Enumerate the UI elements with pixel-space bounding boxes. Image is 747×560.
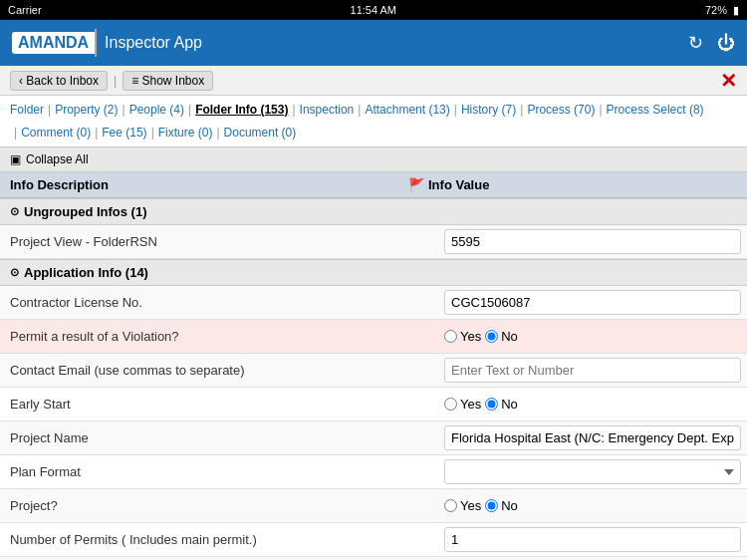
nav-tab-1[interactable]: Property (2) [55, 101, 118, 120]
back-label: ‹ Back to Inbox [19, 74, 99, 88]
text-input-1-0[interactable] [444, 290, 741, 315]
radio-Yes-1-6[interactable] [444, 499, 457, 512]
text-input-1-2[interactable] [444, 358, 741, 383]
app-header: AMANDA Inspector App ↻ ⏻ [0, 20, 747, 66]
nav-tab-5[interactable]: Attachment (13) [365, 101, 449, 120]
radio-label-Yes[interactable]: Yes [444, 498, 481, 513]
nav-tab-r2-2[interactable]: Fixture (0) [158, 124, 213, 142]
nav-sep-r2-1: | [95, 124, 98, 142]
select-1-5[interactable] [444, 459, 741, 484]
info-row-1-4: Project Name [0, 421, 747, 455]
row-desc-1-7: Number of Permits ( Includes main permit… [0, 526, 414, 553]
row-value-cell-0-0 [438, 225, 747, 258]
nav-sep-row2-start: | [14, 124, 17, 142]
status-bar: Carrier 11:54 AM 72% ▮ [0, 0, 747, 20]
show-inbox-label: ≡ Show Inbox [131, 74, 204, 88]
nav-row-1: Folder|Property (2)|People (4)|Folder In… [10, 101, 737, 124]
time-label: 11:54 AM [351, 4, 396, 16]
nav-row-2: |Comment (0)|Fee (15)|Fixture (0)|Docume… [10, 124, 737, 146]
info-row-1-1: Permit a result of a Violation?YesNo [0, 320, 747, 354]
text-input-0-0[interactable] [444, 229, 741, 254]
radio-label-Yes[interactable]: Yes [444, 397, 481, 412]
info-row-1-5: Plan Format [0, 455, 747, 489]
row-value-cell-1-0 [438, 286, 747, 319]
row-value-cell-1-5 [438, 455, 747, 488]
nav-sep: | [358, 101, 361, 120]
nav-tab-7[interactable]: Process (70) [527, 101, 595, 120]
nav-tab-2[interactable]: People (4) [129, 101, 184, 120]
row-desc-1-4: Project Name [0, 424, 414, 451]
nav-tab-r2-3[interactable]: Document (0) [224, 124, 297, 142]
collapse-label: Collapse All [26, 152, 89, 166]
nav-tab-8[interactable]: Process Select (8) [607, 101, 704, 120]
radio-Yes-1-1[interactable] [444, 330, 457, 343]
row-desc-1-1: Permit a result of a Violation? [0, 323, 414, 350]
nav-tab-r2-0[interactable]: Comment (0) [21, 124, 91, 142]
app-logo: AMANDA Inspector App [12, 29, 210, 57]
radio-group-1-3: YesNo [444, 397, 741, 412]
battery-label: 72% [705, 4, 727, 16]
radio-No-1-3[interactable] [485, 398, 498, 411]
nav-tabs: Folder|Property (2)|People (4)|Folder In… [0, 96, 747, 147]
logo-inspector: Inspector App [97, 32, 210, 54]
radio-label-No[interactable]: No [485, 397, 518, 412]
section-header-1[interactable]: ⊙ Application Info (14) [0, 259, 747, 286]
info-row-1-6: Project?YesNo [0, 489, 747, 523]
radio-No-1-1[interactable] [485, 330, 498, 343]
section-title-1: Application Info (14) [24, 265, 148, 280]
row-value-cell-1-1: YesNo [438, 325, 747, 348]
nav-sep: | [123, 101, 125, 120]
text-input-1-7[interactable] [444, 527, 741, 552]
nav-tab-0[interactable]: Folder [10, 101, 44, 120]
info-row-1-3: Early StartYesNo [0, 388, 747, 421]
row-value-cell-1-2 [438, 354, 747, 387]
radio-group-1-1: YesNo [444, 329, 741, 344]
nav-sep: | [48, 101, 51, 120]
refresh-icon[interactable]: ↻ [688, 32, 703, 54]
header-icons: ↻ ⏻ [688, 32, 735, 54]
radio-No-1-6[interactable] [485, 499, 498, 512]
row-value-cell-1-6: YesNo [438, 494, 747, 517]
info-row-1-7: Number of Permits ( Includes main permit… [0, 523, 747, 557]
row-value-cell-1-3: YesNo [438, 393, 747, 416]
th-description: Info Description [10, 177, 404, 192]
collapse-bar[interactable]: ▣ Collapse All [0, 147, 747, 172]
section-collapse-icon-0: ⊙ [10, 205, 19, 218]
th-flag: 🚩 [404, 177, 428, 192]
info-row-1-2: Contact Email (use commas to separate) [0, 354, 747, 388]
radio-label-No[interactable]: No [485, 329, 518, 344]
section-title-0: Ungrouped Infos (1) [24, 204, 147, 219]
row-value-cell-1-7 [438, 523, 747, 556]
radio-label-No[interactable]: No [485, 498, 518, 513]
main-content: ⊙ Ungrouped Infos (1)Project View - Fold… [0, 198, 747, 560]
row-value-cell-1-4 [438, 421, 747, 454]
nav-tab-r2-1[interactable]: Fee (15) [102, 124, 146, 142]
sub-header: ‹ Back to Inbox | ≡ Show Inbox ✕ [0, 66, 747, 96]
radio-Yes-1-3[interactable] [444, 398, 457, 411]
nav-tab-6[interactable]: History (7) [461, 101, 516, 120]
row-desc-1-3: Early Start [0, 391, 414, 418]
nav-tab-4[interactable]: Inspection [300, 101, 355, 120]
section-header-0[interactable]: ⊙ Ungrouped Infos (1) [0, 198, 747, 225]
nav-sep: | [292, 101, 295, 120]
radio-group-1-6: YesNo [444, 498, 741, 513]
row-desc-1-6: Project? [0, 492, 414, 519]
back-to-inbox-button[interactable]: ‹ Back to Inbox [10, 71, 108, 91]
nav-sep: | [188, 101, 191, 120]
nav-sep: | [520, 101, 523, 120]
text-input-1-4[interactable] [444, 425, 741, 450]
collapse-icon: ▣ [10, 152, 21, 166]
nav-sep-r2-3: | [216, 124, 219, 142]
th-value: Info Value [428, 177, 737, 192]
power-icon[interactable]: ⏻ [717, 33, 735, 54]
section-collapse-icon-1: ⊙ [10, 266, 19, 279]
nav-sep: | [599, 101, 602, 120]
logo-amanda: AMANDA [12, 32, 95, 54]
row-desc-0-0: Project View - FolderRSN [0, 228, 414, 255]
nav-tab-3[interactable]: Folder Info (153) [195, 101, 288, 120]
row-desc-1-2: Contact Email (use commas to separate) [0, 357, 414, 384]
show-inbox-button[interactable]: ≡ Show Inbox [123, 71, 213, 91]
close-button[interactable]: ✕ [720, 69, 737, 93]
radio-label-Yes[interactable]: Yes [444, 329, 481, 344]
table-header: Info Description 🚩 Info Value [0, 172, 747, 198]
